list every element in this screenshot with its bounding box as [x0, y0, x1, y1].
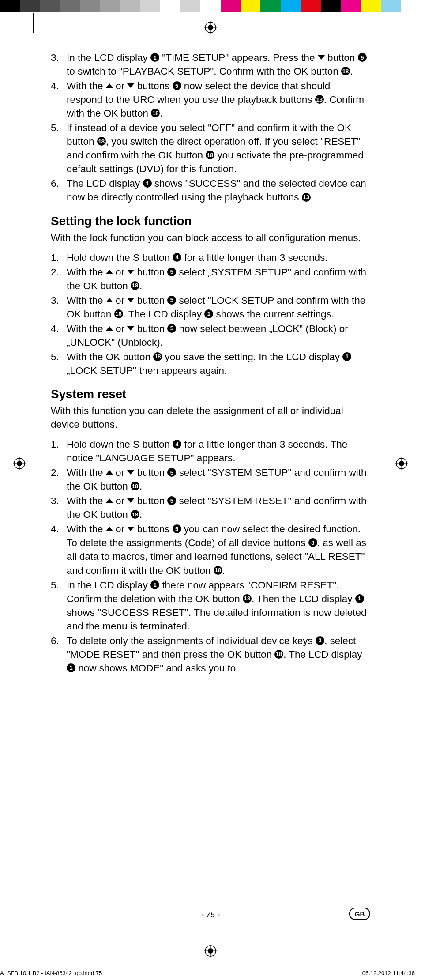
ref-circle-5: 5 [173, 81, 181, 90]
list-text: With the or button 5 select "LOCK SETUP … [67, 294, 368, 321]
list-item: 5.With the OK button 18 you save the set… [51, 350, 368, 377]
list-number: 2. [51, 466, 67, 493]
list-text: In the LCD display 1 there now appears "… [67, 578, 368, 633]
ref-circle-18: 18 [341, 67, 350, 75]
ref-circle-1: 1 [143, 179, 152, 188]
list-system-reset: 1.Hold down the S button 4 for a little … [51, 437, 368, 675]
crop-mark [33, 13, 34, 33]
list-number: 2. [51, 265, 67, 293]
list-item: 4.With the or buttons 5 now select the d… [51, 79, 368, 120]
list-item: 1.Hold down the S button 4 for a little … [51, 251, 368, 264]
list-item: 4.With the or button 5 now select betwee… [51, 322, 368, 349]
intro-lock-function: With the lock function you can block acc… [51, 231, 368, 245]
list-text: In the LCD display 1 "TIME SETUP" appear… [67, 51, 368, 78]
list-text: Hold down the S button 4 for a little lo… [67, 437, 368, 465]
list-item: 3.In the LCD display 1 "TIME SETUP" appe… [51, 51, 368, 78]
up-triangle-icon [106, 298, 113, 302]
list-text: With the OK button 18 you save the setti… [67, 350, 368, 377]
list-number: 3. [51, 494, 67, 521]
list-item: 1.Hold down the S button 4 for a little … [51, 437, 368, 465]
list-lock-function: 1.Hold down the S button 4 for a little … [51, 251, 368, 377]
language-badge: GB [349, 908, 370, 920]
ref-circle-1: 1 [150, 580, 159, 589]
registration-mark-bottom [204, 945, 217, 957]
list-number: 6. [51, 634, 67, 675]
ref-circle-1: 1 [355, 594, 364, 603]
crop-mark [0, 40, 20, 40]
down-triangle-icon [127, 326, 134, 331]
ref-circle-18: 18 [206, 151, 214, 159]
list-text: With the or button 5 select "SYSTEM SETU… [67, 466, 368, 493]
list-number: 5. [51, 578, 67, 633]
ref-circle-1: 1 [67, 663, 75, 672]
imprint-right: 06.12.2012 11:44:36 [362, 970, 415, 976]
list-item: 2.With the or button 5 select "SYSTEM SE… [51, 466, 368, 493]
down-triangle-icon [127, 470, 134, 475]
list-number: 3. [51, 51, 67, 78]
up-triangle-icon [106, 470, 113, 475]
ref-circle-13: 13 [315, 95, 324, 104]
up-triangle-icon [106, 270, 113, 274]
ref-circle-5: 5 [167, 496, 176, 505]
list-number: 4. [51, 522, 67, 577]
list-item: 2.With the or button 5 select „SYSTEM SE… [51, 265, 368, 293]
ref-circle-5: 5 [358, 53, 367, 62]
list-item: 5.In the LCD display 1 there now appears… [51, 578, 368, 633]
ref-circle-5: 5 [167, 268, 176, 276]
list-number: 5. [51, 350, 67, 377]
list-number: 5. [51, 121, 67, 176]
down-triangle-icon [127, 83, 134, 88]
list-number: 1. [51, 251, 67, 264]
ref-circle-18: 18 [151, 109, 160, 117]
imprint-left: A_SFB 10.1 B2 - IAN-86342_gb.indd 75 [0, 970, 102, 976]
list-item: 3.With the or button 5 select "SYSTEM RE… [51, 494, 368, 521]
list-item: 6.The LCD display 1 shows "SUCCESS" and … [51, 177, 368, 204]
up-triangle-icon [106, 527, 113, 531]
list-text: With the or button 5 select „SYSTEM SETU… [67, 265, 368, 293]
list-number: 6. [51, 177, 67, 204]
list-text: With the or buttons 5 you can now select… [67, 522, 368, 577]
list-number: 1. [51, 437, 67, 465]
list-number: 3. [51, 294, 67, 321]
ref-circle-3: 3 [316, 636, 324, 645]
down-triangle-icon [127, 498, 134, 503]
ref-circle-5: 5 [167, 296, 176, 305]
ref-circle-13: 13 [302, 193, 311, 202]
ref-circle-4: 4 [173, 440, 181, 449]
footer-rule [51, 906, 368, 906]
print-color-bar [0, 0, 421, 12]
down-triangle-icon [318, 55, 325, 60]
list-item: 3.With the or button 5 select "LOCK SETU… [51, 294, 368, 321]
ref-circle-5: 5 [173, 524, 181, 533]
ref-circle-5: 5 [167, 468, 176, 477]
ref-circle-18: 18 [97, 137, 106, 146]
list-text: To delete only the assignments of indivi… [67, 634, 368, 675]
registration-mark-left [13, 457, 26, 470]
up-triangle-icon [106, 83, 113, 88]
registration-mark-top [204, 21, 217, 34]
down-triangle-icon [127, 527, 134, 531]
list-item: 6.To delete only the assignments of indi… [51, 634, 368, 675]
list-text: With the or buttons 5 now select the dev… [67, 79, 368, 120]
ref-circle-18: 18 [131, 482, 139, 490]
list-text: With the or button 5 now select between … [67, 322, 368, 349]
page-content: 3.In the LCD display 1 "TIME SETUP" appe… [51, 51, 368, 676]
up-triangle-icon [106, 498, 113, 503]
list-text: With the or button 5 select "SYSTEM RESE… [67, 494, 368, 521]
ref-circle-4: 4 [173, 253, 181, 262]
list-item: 5.If instead of a device you select "OFF… [51, 121, 368, 176]
heading-system-reset: System reset [51, 387, 368, 401]
ref-circle-3: 3 [308, 538, 317, 547]
ref-circle-1: 1 [204, 309, 213, 318]
ref-circle-18: 18 [131, 510, 139, 519]
ref-circle-18: 18 [131, 281, 139, 290]
intro-system-reset: With this function you can delete the as… [51, 404, 368, 431]
heading-lock-function: Setting the lock function [51, 214, 368, 228]
ref-circle-18: 18 [114, 309, 123, 318]
list-text: The LCD display 1 shows "SUCCESS" and th… [67, 177, 368, 204]
list-text: Hold down the S button 4 for a little lo… [67, 251, 368, 264]
ref-circle-18: 18 [153, 352, 162, 361]
ref-circle-18: 18 [274, 650, 283, 659]
down-triangle-icon [127, 298, 134, 302]
up-triangle-icon [106, 326, 113, 331]
